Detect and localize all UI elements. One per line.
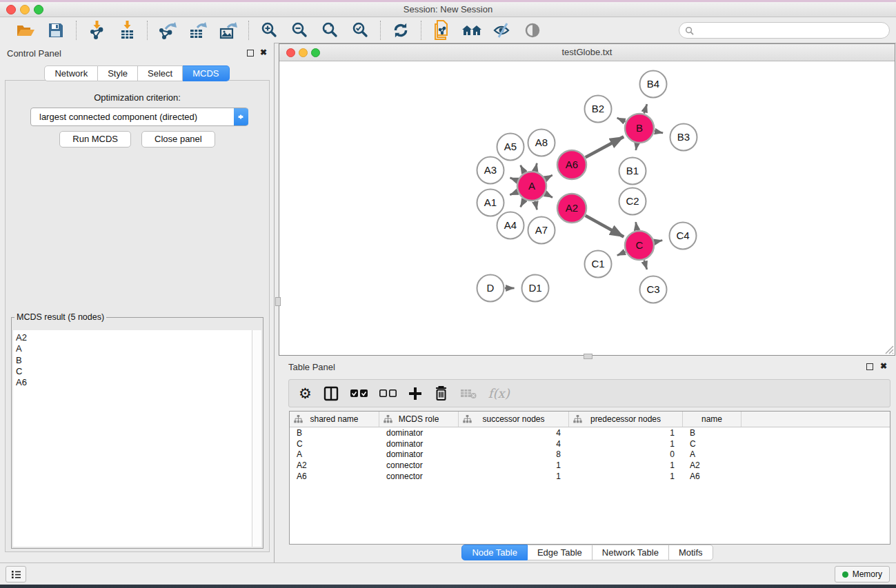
graph-edge-A-A2[interactable] [546, 194, 552, 198]
graph-edge-A-A7[interactable] [535, 201, 537, 210]
table-row[interactable]: Adominator80A [290, 449, 890, 460]
search-input[interactable] [679, 22, 890, 39]
table-row[interactable]: A6connector11A6 [290, 471, 890, 482]
table-header-row: shared nameMCDS rolesuccessor nodesprede… [290, 412, 890, 427]
criterion-select[interactable]: largest connected component (directed) [30, 108, 248, 126]
zoom-selected-icon[interactable] [349, 20, 371, 41]
float-table-panel-icon[interactable] [866, 363, 873, 370]
graph-edge-A-A3[interactable] [510, 178, 517, 181]
delete-table-icon [460, 388, 477, 399]
result-item[interactable]: A2 [16, 332, 252, 343]
home-networks-icon[interactable] [461, 20, 483, 41]
table-cell: A [290, 449, 379, 459]
column-header-label: shared name [310, 414, 358, 424]
tab-edge-table[interactable]: Edge Table [528, 545, 593, 560]
node-table[interactable]: shared nameMCDS rolesuccessor nodesprede… [289, 411, 890, 545]
control-panel: Control Panel ✖ NetworkStyleSelectMCDS O… [0, 43, 275, 563]
table-cell: A2 [683, 460, 741, 470]
mcds-result-title: MCDS result (5 nodes) [14, 312, 106, 322]
export-image-icon[interactable] [217, 20, 239, 41]
result-item[interactable]: B [16, 355, 252, 366]
tab-node-table[interactable]: Node Table [461, 545, 528, 560]
graph-edge-B-B2[interactable] [617, 118, 626, 122]
show-graphics-details-icon[interactable] [521, 20, 544, 41]
column-header-successor-nodes[interactable]: successor nodes [459, 412, 569, 427]
import-table-icon[interactable] [116, 20, 138, 41]
table-cell: dominator [379, 428, 459, 438]
add-column-icon[interactable] [408, 387, 422, 401]
column-chooser-icon[interactable] [323, 386, 339, 401]
float-panel-icon[interactable] [247, 50, 254, 57]
graph-edge-A-A4[interactable] [521, 200, 525, 207]
tab-network-table[interactable]: Network Table [593, 545, 669, 560]
zoom-in-icon[interactable] [258, 20, 280, 41]
clone-network-icon[interactable] [430, 20, 452, 41]
open-session-icon[interactable] [14, 20, 37, 41]
hide-graphics-details-icon[interactable] [491, 20, 513, 41]
graph-edge-A-A5[interactable] [521, 165, 525, 172]
select-all-rows-icon[interactable] [350, 389, 368, 397]
table-settings-icon[interactable]: ⚙ [299, 386, 312, 401]
column-header-shared-name[interactable]: shared name [290, 412, 379, 427]
tab-style[interactable]: Style [98, 65, 138, 81]
result-item[interactable]: C [16, 366, 252, 377]
close-panel-icon[interactable]: ✖ [260, 48, 267, 57]
export-network-icon[interactable] [157, 20, 179, 41]
column-namespace-icon [294, 415, 303, 423]
graph-node-label: D [487, 282, 495, 294]
graph-edge-B-B3[interactable] [655, 131, 663, 132]
control-panel-tabs: NetworkStyleSelectMCDS [0, 65, 274, 81]
unselect-all-rows-icon[interactable] [379, 389, 397, 397]
table-row[interactable]: Bdominator41B [290, 427, 890, 438]
window-resize-grip[interactable] [884, 344, 894, 354]
column-header-MCDS-role[interactable]: MCDS role [379, 412, 459, 427]
delete-column-icon[interactable] [434, 385, 448, 401]
control-panel-title: Control Panel [7, 48, 61, 59]
graph-node-label: B4 [647, 78, 659, 90]
graph-edge-A2-C[interactable] [586, 216, 624, 237]
vertical-split-handle[interactable] [275, 297, 281, 306]
column-header-label: successor nodes [482, 414, 544, 424]
graph-edge-A-A6[interactable] [546, 175, 552, 179]
result-scrollbar[interactable] [252, 330, 261, 547]
graph-edge-A-A8[interactable] [535, 163, 537, 171]
column-namespace-icon [463, 415, 472, 423]
tab-mcds[interactable]: MCDS [183, 65, 229, 81]
horizontal-split-handle[interactable] [584, 354, 593, 359]
apply-layout-icon[interactable] [390, 20, 412, 41]
tab-motifs[interactable]: Motifs [669, 545, 713, 560]
table-cell: C [290, 439, 379, 449]
network-canvas[interactable]: B4B2BB3A8A5A6A3B1AC2A1A2A4A7C4CC1DD1C3 [279, 61, 895, 355]
graph-edge-C-C3[interactable] [644, 260, 647, 269]
table-cell: A2 [290, 460, 379, 470]
graph-edge-B-B1[interactable] [636, 143, 637, 150]
task-history-button[interactable] [6, 566, 26, 582]
graph-edge-A-A1[interactable] [510, 192, 517, 194]
close-panel-button[interactable]: Close panel [141, 131, 215, 148]
zoom-fit-icon[interactable] [319, 20, 341, 41]
table-toolbar: ⚙ f(x) [288, 379, 890, 407]
table-row[interactable]: Cdominator41C [290, 438, 890, 449]
save-session-icon[interactable] [45, 20, 67, 41]
graph-edge-B-B4[interactable] [644, 104, 647, 113]
graph-edge-C-C4[interactable] [655, 241, 662, 243]
column-header-name[interactable]: name [683, 412, 741, 427]
tab-select[interactable]: Select [138, 65, 183, 81]
tab-network[interactable]: Network [44, 65, 98, 81]
graph-node-label: B2 [592, 103, 604, 114]
import-network-icon[interactable] [86, 20, 108, 41]
result-item[interactable]: A [16, 343, 252, 354]
graph-edge-C-C2[interactable] [636, 222, 637, 230]
graph-edge-C-C1[interactable] [617, 252, 626, 255]
list-icon [11, 570, 21, 579]
table-row[interactable]: A2connector11A2 [290, 460, 890, 471]
memory-button[interactable]: Memory [835, 566, 890, 582]
close-table-panel-icon[interactable]: ✖ [880, 362, 887, 370]
zoom-out-icon[interactable] [288, 20, 310, 41]
graph-node-label: C1 [591, 258, 604, 270]
result-item[interactable]: A6 [16, 377, 252, 388]
graph-edge-A6-B[interactable] [586, 136, 624, 157]
column-header-predecessor-nodes[interactable]: predecessor nodes [569, 412, 683, 427]
run-mcds-button[interactable]: Run MCDS [59, 131, 131, 148]
export-table-icon[interactable] [187, 20, 209, 41]
